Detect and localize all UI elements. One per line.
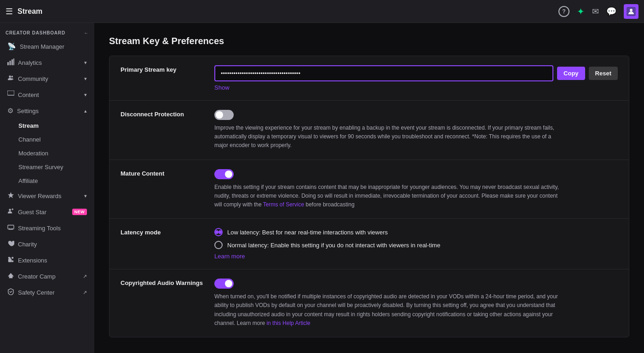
copyrighted-audio-content: When turned on, you'll be notified if mu… — [214, 279, 618, 328]
svg-marker-9 — [8, 192, 14, 198]
sidebar-item-extensions[interactable]: Extensions — [2, 252, 92, 268]
latency-normal-option[interactable]: Normal latency: Enable this setting if y… — [214, 241, 618, 249]
external-link-icon: ↗ — [83, 273, 87, 279]
disconnect-protection-label: Disconnect Protection — [121, 110, 203, 150]
mature-content-content: Enable this setting if your stream conta… — [214, 169, 618, 210]
analytics-icon — [7, 58, 14, 67]
copyrighted-audio-label: Copyrighted Audio Warnings — [121, 279, 203, 328]
charity-icon — [7, 240, 14, 248]
svg-point-10 — [9, 209, 11, 211]
chat-icon[interactable]: 💬 — [606, 6, 616, 17]
svg-rect-3 — [10, 61, 11, 65]
external-link-icon: ↗ — [83, 290, 87, 296]
sidebar-sub-item-stream[interactable]: Stream — [2, 119, 92, 132]
sidebar-item-label: Analytics — [18, 59, 80, 66]
streaming-tools-icon — [7, 224, 14, 232]
sidebar-item-label: Extensions — [18, 257, 87, 264]
show-link[interactable]: Show — [214, 84, 230, 91]
disconnect-protection-desc: Improve the viewing experience for your … — [214, 124, 564, 150]
sidebar-sub-item-channel[interactable]: Channel — [2, 133, 92, 146]
chevron-down-icon: ▾ — [84, 60, 87, 66]
sidebar-item-label: Viewer Rewards — [18, 193, 80, 199]
sidebar-sub-item-moderation[interactable]: Moderation — [2, 147, 92, 160]
sidebar-item-stream-manager[interactable]: 📡 Stream Manager — [2, 39, 92, 54]
svg-point-6 — [9, 75, 11, 78]
sidebar-item-safety-center[interactable]: Safety Center ↗ — [2, 285, 92, 300]
help-icon[interactable]: ? — [558, 6, 569, 17]
latency-mode-row: Latency mode Low latency: Best for near … — [109, 219, 629, 269]
sidebar-sub-label: Streamer Survey — [18, 164, 63, 171]
copyrighted-audio-row: Copyrighted Audio Warnings When turned o… — [109, 269, 629, 337]
sidebar-item-settings[interactable]: ⚙ Settings ▴ — [2, 103, 92, 119]
inbox-icon[interactable]: ✉ — [592, 6, 599, 17]
latency-low-label: Low latency: Best for near real-time int… — [227, 229, 388, 236]
sidebar-item-label: Safety Center — [18, 289, 79, 296]
primary-stream-key-label: Primary Stream key — [121, 65, 203, 91]
sidebar-sub-label: Moderation — [18, 150, 48, 157]
top-nav-left: ☰ Stream — [6, 6, 42, 17]
help-article-link[interactable]: in this Help Article — [266, 320, 310, 326]
disconnect-toggle-row — [214, 110, 618, 120]
toggle-slider — [214, 279, 234, 289]
sidebar-item-analytics[interactable]: Analytics ▾ — [2, 55, 92, 70]
radio-circle-low — [214, 228, 223, 236]
copy-button[interactable]: Copy — [557, 67, 585, 80]
sidebar-sub-item-streamer-survey[interactable]: Streamer Survey — [2, 160, 92, 174]
sidebar-item-label: Creator Camp — [18, 273, 79, 280]
top-nav-right: ? ✦ ✉ 💬 — [558, 4, 638, 19]
sidebar-item-streaming-tools[interactable]: Streaming Tools — [2, 220, 92, 236]
sidebar-collapse-icon[interactable]: ← — [84, 30, 89, 35]
mature-content-label: Mature Content — [121, 169, 203, 210]
radio-circle-normal — [214, 241, 223, 249]
content-area: Stream Key & Preferences Primary Stream … — [94, 23, 644, 353]
mature-content-toggle[interactable] — [214, 169, 234, 179]
hamburger-icon[interactable]: ☰ — [6, 6, 13, 17]
sidebar-item-viewer-rewards[interactable]: Viewer Rewards ▾ — [2, 188, 92, 204]
avatar[interactable] — [624, 4, 638, 19]
creator-camp-icon — [7, 272, 14, 280]
latency-radio-group: Low latency: Best for near real-time int… — [214, 228, 618, 249]
stream-key-input[interactable] — [214, 65, 553, 81]
disconnect-protection-row: Disconnect Protection Improve the viewin… — [109, 101, 629, 160]
chevron-down-icon: ▾ — [84, 76, 87, 82]
copyrighted-audio-desc: When turned on, you'll be notified if mu… — [214, 292, 564, 328]
sidebar-item-content[interactable]: Content ▾ — [2, 87, 92, 102]
svg-rect-4 — [12, 59, 13, 65]
reset-button[interactable]: Reset — [589, 67, 618, 80]
sidebar-item-guest-star[interactable]: Guest Star NEW — [2, 204, 92, 220]
chevron-down-icon: ▾ — [84, 92, 87, 98]
svg-point-7 — [11, 76, 13, 78]
latency-mode-content: Low latency: Best for near real-time int… — [214, 228, 618, 260]
sidebar-item-label: Streaming Tools — [18, 225, 87, 232]
page-title: Stream Key & Preferences — [109, 36, 629, 46]
sidebar-item-label: Content — [18, 91, 80, 98]
sidebar-item-label: Guest Star — [18, 209, 69, 216]
sidebar-item-label: Settings — [17, 108, 80, 114]
perks-icon[interactable]: ✦ — [577, 6, 585, 17]
toggle-slider — [214, 169, 234, 179]
disconnect-protection-toggle[interactable] — [214, 110, 234, 120]
copyrighted-audio-toggle[interactable] — [214, 279, 234, 289]
latency-low-option[interactable]: Low latency: Best for near real-time int… — [214, 228, 618, 236]
tos-link[interactable]: Terms of Service — [263, 201, 304, 208]
svg-rect-5 — [13, 58, 14, 65]
learn-more-link[interactable]: Learn more — [214, 253, 245, 260]
sidebar-item-charity[interactable]: Charity — [2, 236, 92, 252]
top-nav: ☰ Stream ? ✦ ✉ 💬 — [0, 0, 644, 23]
settings-icon: ⚙ — [7, 107, 13, 115]
guest-star-icon — [7, 208, 14, 216]
main-layout: CREATOR DASHBOARD ← 📡 Stream Manager Ana… — [0, 23, 644, 353]
sidebar-sub-item-affiliate[interactable]: Affiliate — [2, 174, 92, 188]
sidebar-item-label: Stream Manager — [20, 43, 87, 50]
sidebar-item-community[interactable]: Community ▾ — [2, 71, 92, 86]
svg-rect-11 — [8, 225, 14, 229]
svg-rect-14 — [12, 260, 13, 262]
sidebar-item-label: Community — [18, 75, 80, 82]
mature-content-desc: Enable this setting if your stream conta… — [214, 183, 564, 210]
sidebar-section-header: CREATOR DASHBOARD ← — [0, 27, 94, 38]
extensions-icon — [7, 256, 14, 264]
sidebar-item-creator-camp[interactable]: Creator Camp ↗ — [2, 268, 92, 284]
latency-mode-label: Latency mode — [121, 228, 203, 260]
safety-center-icon — [7, 288, 14, 296]
svg-rect-13 — [12, 257, 13, 259]
